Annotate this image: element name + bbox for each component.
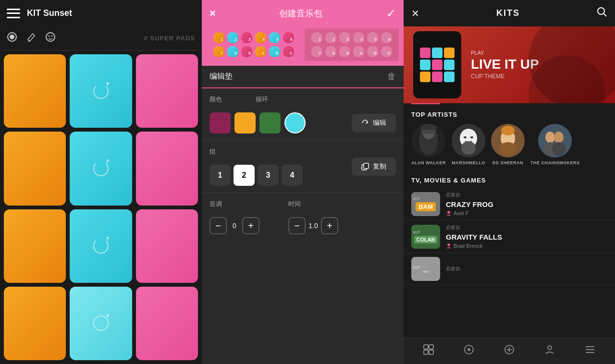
modal-pad-A[interactable]: A — [255, 46, 266, 57]
kit-name-crazy-frog: CRAZY FROG — [446, 200, 493, 208]
trash-icon[interactable]: 🗑 — [387, 72, 396, 82]
group-btn-1[interactable]: 1 — [209, 165, 231, 186]
promo-banner[interactable]: PLAY LIVE IT UP CUP THEME — [404, 26, 615, 103]
kit-author-crazy-frog: Axel F — [446, 210, 493, 216]
group-btn-4[interactable]: 4 — [282, 165, 303, 186]
svg-point-20 — [501, 126, 515, 135]
modal-pad-7[interactable]: 7 — [213, 46, 224, 57]
right-close-button[interactable]: ✕ — [411, 8, 419, 19]
svg-point-9 — [598, 8, 604, 14]
pad-9[interactable] — [136, 209, 198, 283]
color-swatch-2[interactable] — [234, 112, 256, 133]
edit-icon[interactable] — [26, 32, 37, 45]
artist-chainsmokers[interactable]: THE CHAINSMOKERS — [530, 124, 580, 165]
svg-marker-6 — [366, 121, 368, 123]
modal-pad-8[interactable]: 8 — [227, 46, 238, 57]
modal-edit-area: 编辑垫 🗑 颜色 循环 编辑 组 — [202, 66, 404, 364]
group-btn-2[interactable]: 2 — [234, 165, 255, 186]
modal-pad-r2[interactable]: 2 — [325, 32, 336, 43]
modal-pad-r8[interactable]: 8 — [325, 46, 336, 57]
record-icon[interactable] — [7, 32, 17, 45]
color-swatch-loop[interactable] — [284, 112, 306, 133]
pitch-label: 音调 — [209, 200, 259, 208]
menu-icon[interactable] — [7, 9, 20, 18]
svg-rect-16 — [464, 136, 467, 138]
time-increment[interactable]: + — [321, 217, 338, 234]
color-label: 颜色 — [209, 95, 222, 104]
search-icon[interactable] — [597, 7, 607, 20]
artist-marshmello[interactable]: MARSHMELLO — [452, 124, 485, 165]
kit-author-gravity-falls: Brad Breeck — [446, 243, 502, 249]
nav-circle-icon[interactable] — [459, 340, 479, 362]
color-swatch-3[interactable] — [259, 112, 281, 133]
modal-pad-1[interactable]: 1 — [213, 32, 224, 43]
promo-phone-image — [413, 31, 461, 98]
nav-person-icon[interactable] — [540, 340, 559, 362]
modal-pad-3[interactable]: 3 — [241, 32, 252, 43]
modal-pad-r1[interactable]: 1 — [311, 32, 322, 43]
left-panel: KIT Sunset # SUPER PADS — [0, 0, 202, 364]
artist-avatar-alan-walker — [412, 124, 445, 158]
list-item-third[interactable]: KIT 启发自 — [404, 253, 615, 285]
artist-ed-sheeran[interactable]: ED SHEERAN — [491, 124, 525, 165]
modal-pad-r7[interactable]: 7 — [311, 46, 322, 57]
group-btn-3[interactable]: 3 — [258, 165, 279, 186]
artist-name-marshmello: MARSHMELLO — [452, 160, 485, 165]
pad-5[interactable] — [70, 132, 132, 205]
modal-pad-C[interactable]: C — [283, 46, 294, 57]
modal-pad-5[interactable]: 5 — [269, 32, 280, 43]
svg-point-25 — [552, 142, 566, 156]
modal-pad-r6[interactable]: 6 — [381, 32, 392, 43]
modal-confirm-button[interactable]: ✓ — [386, 7, 396, 20]
modal-pad-rC[interactable]: C — [381, 46, 392, 57]
pitch-decrement[interactable]: − — [209, 217, 227, 234]
nav-menu-icon[interactable] — [580, 340, 600, 362]
kit-thumb-crazy-frog: KIT BAM — [411, 192, 440, 216]
modal-pad-6[interactable]: 6 — [283, 32, 294, 43]
modal-pad-rA[interactable]: A — [353, 46, 364, 57]
artist-alan-walker[interactable]: ALAN WALKER — [411, 124, 446, 165]
copy-button[interactable]: 复制 — [352, 158, 396, 176]
modal-pad-2[interactable]: 2 — [227, 32, 238, 43]
list-item-crazy-frog[interactable]: KIT BAM 启发自 CRAZY FROG Axel F — [404, 188, 615, 220]
pad-2[interactable] — [70, 54, 132, 128]
pad-A[interactable] — [4, 287, 66, 360]
pad-4[interactable] — [4, 132, 66, 205]
nav-grid-icon[interactable] — [419, 340, 438, 362]
color-row: 编辑 — [209, 112, 396, 133]
modal-pad-r9[interactable]: 9 — [339, 46, 350, 57]
pad-7[interactable] — [4, 209, 66, 283]
pad-1[interactable] — [4, 54, 66, 128]
emoji-icon[interactable] — [45, 32, 56, 45]
modal-pad-r3[interactable]: 3 — [339, 32, 350, 43]
pitch-value: 0 — [229, 222, 240, 230]
nav-add-icon[interactable] — [500, 340, 519, 362]
modal-pad-rB[interactable]: B — [367, 46, 378, 57]
pad-8[interactable] — [70, 209, 132, 283]
modal-pad-B[interactable]: B — [269, 46, 280, 57]
modal-pad-r5[interactable]: 5 — [367, 32, 378, 43]
modal-pad-4[interactable]: 4 — [255, 32, 266, 43]
modal-close-button[interactable]: × — [209, 7, 216, 20]
time-value: 1.0 — [308, 222, 319, 230]
kit-name-gravity-falls: GRAVITY FALLS — [446, 233, 502, 241]
time-decrement[interactable]: − — [288, 217, 306, 234]
svg-rect-8 — [364, 163, 369, 169]
pad-6[interactable] — [136, 132, 198, 205]
artists-row: ALAN WALKER MARSHMELLO ED SHEERAN THE CH… — [404, 122, 615, 171]
kit-label-third: 启发自 — [446, 266, 460, 272]
list-item-gravity-falls[interactable]: KIT COLAB 启发自 GRAVITY FALLS Brad Breeck — [404, 220, 615, 253]
pad-B[interactable] — [70, 287, 132, 360]
kit-label-crazy-frog: 启发自 — [446, 192, 493, 198]
pitch-stepper: − 0 + — [209, 217, 259, 234]
modal-pad-9[interactable]: 9 — [241, 46, 252, 57]
pad-3[interactable] — [136, 54, 198, 128]
modal-pad-r4[interactable]: 4 — [353, 32, 364, 43]
edit-button[interactable]: 编辑 — [352, 114, 396, 132]
promo-sub-title: CUP THEME — [471, 73, 539, 80]
pitch-increment[interactable]: + — [242, 217, 259, 234]
pad-C[interactable] — [136, 287, 198, 360]
color-swatch-1[interactable] — [209, 112, 231, 133]
edit-pad-title: 编辑垫 — [209, 72, 233, 82]
group-col: 组 1 2 3 4 — [209, 147, 303, 186]
